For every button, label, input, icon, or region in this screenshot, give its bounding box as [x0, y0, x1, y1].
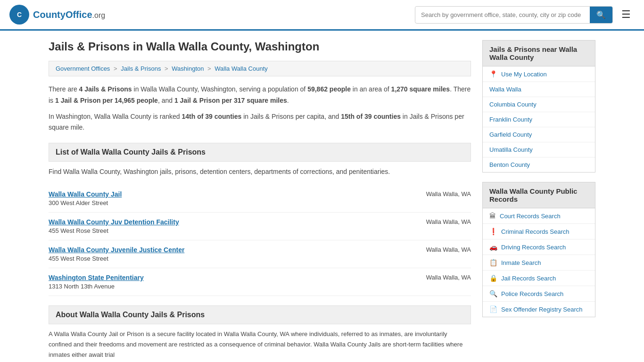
breadcrumb: Government Offices > Jails & Prisons > W… [49, 61, 471, 76]
facility-address-3: 455 West Rose Street [49, 255, 471, 262]
driving-records-link[interactable]: Driving Records Search [501, 244, 566, 251]
nearby-garfield-county[interactable]: Garfield County [483, 127, 595, 142]
facility-location-2: Walla Walla, WA [426, 218, 471, 225]
nearby-link-walla-walla[interactable]: Walla Walla [489, 86, 521, 93]
intro-paragraph-2: In Washington, Walla Walla County is ran… [49, 111, 471, 134]
court-records-link[interactable]: Court Records Search [500, 213, 561, 220]
police-records-item[interactable]: 🔍 Police Records Search [483, 286, 595, 302]
facility-list: Walla Walla County Jail Walla Walla, WA … [49, 185, 471, 296]
nearby-umatilla-county[interactable]: Umatilla County [483, 142, 595, 157]
svg-text:C: C [17, 11, 22, 18]
driving-records-item[interactable]: 🚗 Driving Records Search [483, 239, 595, 255]
nearby-section: Jails & Prisons near Walla Walla County … [482, 40, 595, 173]
main-container: Jails & Prisons in Walla Walla County, W… [39, 31, 605, 362]
facility-location-1: Walla Walla, WA [426, 190, 471, 197]
sidebar: Jails & Prisons near Walla Walla County … [482, 40, 595, 360]
jail-records-item[interactable]: 🔒 Jail Records Search [483, 271, 595, 286]
search-button[interactable]: 🔍 [590, 7, 612, 23]
jail-icon: 🔒 [489, 274, 497, 282]
page-title: Jails & Prisons in Walla Walla County, W… [49, 40, 471, 53]
court-icon: 🏛 [489, 212, 496, 220]
facility-name-4[interactable]: Washington State Penitentiary [49, 274, 144, 281]
facility-name-3[interactable]: Walla Walla County Juvenile Justice Cent… [49, 246, 184, 254]
records-section-title: Walla Walla County Public Records [482, 182, 595, 208]
nearby-benton-county[interactable]: Benton County [483, 157, 595, 172]
logo-text: CountyOffice.org [33, 9, 105, 20]
sex-offender-link[interactable]: Sex Offender Registry Search [501, 306, 582, 313]
nearby-section-title: Jails & Prisons near Walla Walla County [482, 40, 595, 66]
menu-button[interactable]: ☰ [618, 7, 635, 23]
logo-icon: C [9, 5, 29, 25]
facility-item: Walla Walla County Juvenile Justice Cent… [49, 240, 471, 268]
breadcrumb-washington[interactable]: Washington [172, 65, 204, 72]
nearby-link-franklin-county[interactable]: Franklin County [489, 116, 532, 123]
nearby-link-columbia-county[interactable]: Columbia County [489, 101, 537, 108]
facility-location-3: Walla Walla, WA [426, 246, 471, 253]
records-section: Walla Walla County Public Records 🏛 Cour… [482, 182, 595, 317]
police-records-link[interactable]: Police Records Search [501, 290, 563, 297]
about-text: A Walla Walla County Jail or Prison is a… [49, 329, 471, 360]
use-location-item[interactable]: 📍 Use My Location [483, 66, 595, 82]
breadcrumb-govt-offices[interactable]: Government Offices [56, 65, 110, 72]
criminal-records-item[interactable]: ❗ Criminal Records Search [483, 224, 595, 239]
search-bar: 🔍 [415, 6, 613, 24]
sex-offender-icon: 📄 [489, 305, 497, 313]
records-list: 🏛 Court Records Search ❗ Criminal Record… [482, 208, 595, 317]
driving-icon: 🚗 [489, 243, 497, 251]
nearby-link-benton-county[interactable]: Benton County [489, 161, 530, 168]
facility-address-2: 455 West Rose Street [49, 227, 471, 234]
facility-item: Walla Walla County Jail Walla Walla, WA … [49, 185, 471, 213]
criminal-records-link[interactable]: Criminal Records Search [501, 228, 570, 235]
nearby-list: 📍 Use My Location Walla Walla Columbia C… [482, 66, 595, 173]
content-area: Jails & Prisons in Walla Walla County, W… [49, 40, 471, 360]
nearby-walla-walla[interactable]: Walla Walla [483, 82, 595, 97]
intro-paragraph-1: There are 4 Jails & Prisons in Walla Wal… [49, 84, 471, 107]
nearby-columbia-county[interactable]: Columbia County [483, 97, 595, 112]
court-records-item[interactable]: 🏛 Court Records Search [483, 208, 595, 224]
logo-area: C CountyOffice.org [9, 5, 105, 25]
criminal-icon: ❗ [489, 228, 497, 235]
search-input[interactable] [415, 8, 590, 22]
facility-item: Walla Walla County Juv Detention Facilit… [49, 213, 471, 240]
police-icon: 🔍 [489, 290, 497, 297]
sex-offender-item[interactable]: 📄 Sex Offender Registry Search [483, 302, 595, 317]
facility-name-1[interactable]: Walla Walla County Jail [49, 190, 122, 198]
nearby-franklin-county[interactable]: Franklin County [483, 112, 595, 127]
facility-location-4: Walla Walla, WA [426, 274, 471, 281]
inmate-search-item[interactable]: 📋 Inmate Search [483, 255, 595, 271]
nearby-link-garfield-county[interactable]: Garfield County [489, 131, 532, 138]
header-right: 🔍 ☰ [415, 6, 635, 24]
breadcrumb-jails-prisons[interactable]: Jails & Prisons [121, 65, 161, 72]
inmate-icon: 📋 [489, 259, 497, 266]
facility-name-2[interactable]: Walla Walla County Juv Detention Facilit… [49, 218, 179, 226]
location-pin-icon: 📍 [489, 70, 497, 78]
nearby-link-umatilla-county[interactable]: Umatilla County [489, 146, 533, 153]
facility-address-1: 300 West Alder Street [49, 199, 471, 206]
list-section-header: List of Walla Walla County Jails & Priso… [49, 143, 471, 162]
facility-address-4: 1313 North 13th Avenue [49, 283, 471, 290]
breadcrumb-walla-walla-county[interactable]: Walla Walla County [215, 65, 267, 72]
facility-item: Washington State Penitentiary Walla Wall… [49, 268, 471, 296]
about-section-header: About Walla Walla County Jails & Prisons [49, 305, 471, 324]
header: C CountyOffice.org 🔍 ☰ [0, 0, 644, 31]
jail-records-link[interactable]: Jail Records Search [501, 275, 556, 282]
use-location-link[interactable]: Use My Location [501, 71, 547, 78]
list-section-desc: Find Walla Walla County, Washington jail… [49, 166, 471, 177]
inmate-search-link[interactable]: Inmate Search [501, 259, 541, 266]
